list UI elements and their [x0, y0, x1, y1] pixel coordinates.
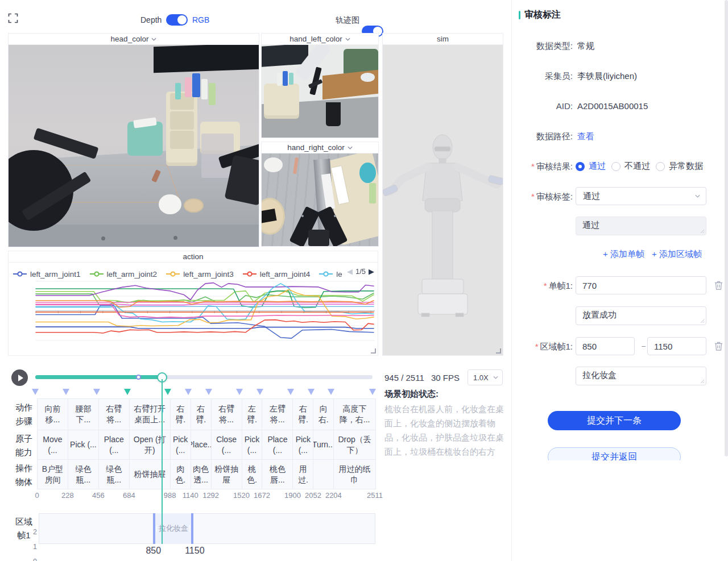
table-cell[interactable]: 右臂将...	[212, 399, 242, 430]
add-region-frame-link[interactable]: + 添加区域帧	[652, 249, 702, 260]
region-frame-start-input[interactable]	[576, 337, 635, 355]
step-marker[interactable]	[124, 389, 131, 395]
add-single-frame-link[interactable]: + 添加单帧	[603, 249, 644, 260]
delete-region-frame-icon[interactable]	[714, 341, 723, 351]
step-marker[interactable]	[236, 389, 243, 395]
step-marker[interactable]	[185, 389, 192, 395]
single-frame-note-textarea[interactable]: 放置成功	[576, 306, 706, 325]
data-path-label: 数据路径:	[510, 131, 573, 142]
legend-next-icon[interactable]: ▶	[369, 267, 374, 276]
radio-option-不通过[interactable]: 不通过	[611, 161, 650, 172]
table-cell[interactable]: Open (打开)	[130, 430, 170, 460]
table-cell[interactable]: Turn...	[313, 430, 333, 460]
table-cell[interactable]: 高度下降，右...	[334, 399, 375, 430]
review-tag-note-textarea[interactable]: 通过	[576, 217, 706, 235]
hand-left-header[interactable]: hand_left_color	[262, 34, 378, 45]
resize-corner-icon[interactable]	[495, 348, 501, 354]
required-asterisk: *	[544, 281, 547, 290]
depth-rgb-toggle[interactable]	[166, 14, 188, 26]
table-cell[interactable]: 用过.	[293, 460, 313, 489]
step-marker[interactable]	[369, 389, 376, 395]
table-cell[interactable]: 用过的纸巾	[334, 460, 375, 489]
table-cell[interactable]: 腰部下...	[68, 399, 98, 430]
table-cell[interactable]: Move (...	[38, 430, 68, 460]
table-cell[interactable]: 粉饼抽屉	[130, 460, 170, 489]
table-cell[interactable]: 桃色唇...	[262, 460, 292, 489]
table-cell[interactable]: Close (...	[212, 430, 242, 460]
table-cell[interactable]: 右臂.	[171, 399, 191, 430]
table-cell[interactable]: Pick (...	[293, 430, 313, 460]
sim-robot	[383, 130, 503, 323]
fullscreen-icon[interactable]	[8, 13, 18, 23]
table-cell[interactable]	[313, 460, 333, 489]
radio-button[interactable]	[576, 162, 585, 171]
resize-corner-icon[interactable]	[370, 348, 376, 354]
submit-back-button[interactable]: 提交并返回	[548, 447, 681, 460]
region-frame-end-input[interactable]	[647, 337, 706, 355]
step-marker[interactable]	[287, 389, 294, 395]
table-cell[interactable]: 左臂将...	[262, 399, 292, 430]
action-line-chart[interactable]	[32, 277, 378, 344]
data-path-link[interactable]: 查看	[577, 131, 594, 142]
step-marker[interactable]	[164, 389, 171, 395]
single-frame-input[interactable]	[576, 276, 706, 294]
sim-panel: sim	[382, 33, 503, 356]
table-cell[interactable]: Place (...	[99, 430, 129, 460]
region-frame-note-textarea[interactable]: 拉化妆盒	[576, 367, 706, 385]
table-cell[interactable]: Pick (...	[171, 430, 191, 460]
step-marker[interactable]	[257, 389, 263, 395]
hand-right-header[interactable]: hand_right_color	[262, 142, 378, 153]
action-chart-title: action	[183, 252, 203, 261]
table-cell[interactable]: B户型房间	[38, 460, 68, 489]
radio-option-异常数据[interactable]: 异常数据	[656, 161, 703, 172]
step-marker[interactable]	[32, 389, 39, 395]
step-marker[interactable]	[205, 389, 212, 395]
radio-button[interactable]	[656, 162, 665, 171]
submit-next-button[interactable]: 提交并下一条	[548, 411, 681, 430]
table-cell[interactable]: Place (...	[262, 430, 292, 460]
table-cell[interactable]: 向前移...	[38, 399, 68, 430]
step-marker[interactable]	[328, 389, 334, 395]
table-column: 左臂将...Place (...桃色唇...	[262, 399, 293, 489]
table-cell[interactable]: 右臂.	[191, 399, 211, 430]
table-cell[interactable]: Pick (...	[242, 430, 262, 460]
table-cell[interactable]: Drop（丢下）	[334, 430, 375, 460]
table-cell[interactable]: 右臂打开桌面上...	[130, 399, 170, 430]
hand-right-camera-panel: hand_right_color	[261, 142, 379, 247]
step-marker[interactable]	[63, 389, 69, 395]
frame-axis-label: 228	[61, 491, 74, 500]
table-cell[interactable]: 左臂.	[242, 399, 262, 430]
tissue-wad	[264, 157, 283, 172]
step-marker[interactable]	[93, 389, 100, 395]
table-cell[interactable]: 右臂将...	[99, 399, 129, 430]
table-cell[interactable]: 粉饼抽屉	[212, 460, 242, 489]
region-handle-left[interactable]	[156, 525, 157, 532]
step-marker[interactable]	[308, 389, 315, 395]
review-tag-select[interactable]: 通过	[576, 187, 706, 205]
data-type-value: 常规	[577, 41, 594, 52]
speed-select[interactable]: 1.0X	[468, 369, 503, 385]
table-cell[interactable]: 绿色瓶...	[68, 460, 98, 489]
table-cell[interactable]: Place...	[191, 430, 211, 460]
table-cell[interactable]: 右臂.	[293, 399, 313, 430]
table-cell[interactable]: Pick (...	[68, 430, 98, 460]
scrollbar-thumb[interactable]	[725, 0, 728, 456]
legend-prev-icon[interactable]: ◀	[347, 267, 353, 276]
table-cell[interactable]: 向右.	[313, 399, 333, 430]
chevron-down-icon	[345, 38, 350, 41]
table-cell[interactable]: 肉色.	[171, 460, 191, 489]
chevron-down-icon	[151, 38, 156, 41]
play-button[interactable]	[11, 369, 28, 386]
region-frame-block[interactable]: 拉化妆盒	[153, 513, 193, 544]
region-handle-right[interactable]	[189, 525, 190, 532]
table-cell[interactable]: 桃色.	[242, 460, 262, 489]
radio-option-通过[interactable]: 通过	[576, 161, 606, 172]
table-cell[interactable]: 绿色瓶...	[99, 460, 129, 489]
head-camera-header[interactable]: head_color	[9, 34, 259, 45]
table-cell[interactable]: 肉色透...	[191, 460, 211, 489]
gripper-base	[308, 230, 329, 246]
radio-button[interactable]	[611, 162, 621, 171]
delete-single-frame-icon[interactable]	[714, 280, 723, 290]
scene-state-title: 场景初始状态:	[384, 389, 506, 400]
region-frame-track[interactable]: 拉化妆盒	[39, 513, 375, 544]
